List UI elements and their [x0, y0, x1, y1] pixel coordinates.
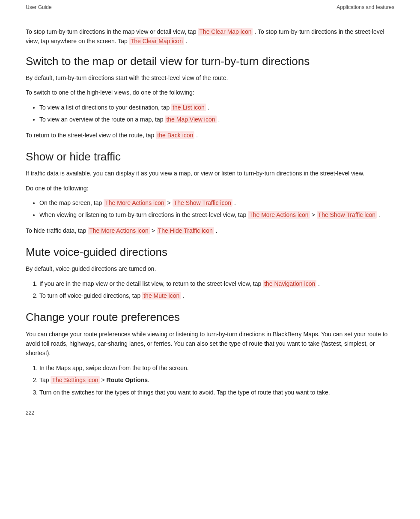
s2-b2-h1: The More Actions icon	[248, 211, 310, 219]
section1-block: Switch to the map or detail view for tur…	[26, 55, 394, 140]
section1-bullet2: To view an overview of the route on a ma…	[39, 115, 394, 124]
s4-s2-text3: .	[148, 377, 149, 383]
section1-title: Switch to the map or detail view for tur…	[26, 55, 394, 68]
section1-para1: By default, turn-by-turn directions star…	[26, 73, 394, 83]
intro-paragraph: To stop turn-by-turn directions in the m…	[26, 27, 394, 46]
header-divider	[26, 19, 394, 19]
s1-b2-text2: .	[217, 116, 220, 123]
s3-s1-text2: .	[316, 280, 320, 287]
intro-highlight2: The Clear Map icon	[129, 37, 184, 45]
s1-p3-text: To return to the street-level view of th…	[26, 132, 156, 139]
s2-b1-text2: >	[166, 199, 173, 206]
section4-para1: You can change your route preferences wh…	[26, 329, 394, 358]
section3-step1: If you are in the map view or the detail…	[39, 279, 394, 288]
section4-steps: In the Maps app, swipe down from the top…	[39, 363, 394, 397]
section2-para3: To hide traffic data, tap The More Actio…	[26, 226, 394, 235]
s3-s1-highlight: the Navigation icon	[263, 280, 316, 288]
s1-b2-highlight: the Map View icon	[165, 116, 216, 123]
s2-p3-2: >	[150, 227, 157, 234]
s2-hide-icon: The Hide Traffic icon	[157, 227, 214, 234]
section4-step3: Turn on the switches for the types of th…	[39, 388, 394, 397]
s3-s1-text1: If you are in the map view or the detail…	[39, 280, 263, 287]
section1-para3: To return to the street-level view of th…	[26, 130, 394, 140]
s1-b2-text1: To view an overview of the route on a ma…	[39, 116, 165, 123]
s2-b1-h2: The Show Traffic icon	[173, 199, 232, 207]
s1-b1-highlight: the List icon	[171, 104, 206, 111]
section4-step2: Tap The Settings icon > Route Options.	[39, 375, 394, 385]
intro-text3: .	[184, 38, 188, 44]
intro-highlight1: The Clear Map icon	[198, 28, 253, 36]
s3-s2-text1: To turn off voice-guided directions, tap	[39, 292, 142, 299]
s4-s2-highlight: The Settings icon	[51, 376, 99, 384]
s2-b2-h2: The Show Traffic icon	[317, 211, 377, 219]
footer-page-number: 222	[26, 410, 394, 416]
s2-more-icon: The More Actions icon	[88, 227, 150, 234]
section2-bullet1: On the map screen, tap The More Actions …	[39, 198, 394, 208]
section4-title: Change your route preferences	[26, 311, 394, 324]
section2-title: Show or hide traffic	[26, 150, 394, 163]
section3-steps: If you are in the map view or the detail…	[39, 279, 394, 301]
section3-title: Mute voice-guided directions	[26, 246, 394, 259]
s2-b2-text1: When viewing or listening to turn-by-tur…	[39, 211, 248, 218]
section2-bullets: On the map screen, tap The More Actions …	[39, 198, 394, 220]
s2-b1-h1: The More Actions icon	[104, 199, 166, 207]
section1-bullet1: To view a list of directions to your des…	[39, 103, 394, 112]
s1-p3-highlight: the Back icon	[156, 131, 194, 139]
s1-b1-text1: To view a list of directions to your des…	[39, 104, 171, 111]
s2-b1-text3: .	[232, 199, 236, 206]
section1-bullets: To view a list of directions to your des…	[39, 103, 394, 125]
s4-s2-text2: >	[100, 377, 107, 383]
s2-b2-text3: .	[377, 211, 380, 218]
header-bar: User Guide Applications and features	[26, 4, 394, 10]
section2-para2: Do one of the following:	[26, 184, 394, 193]
section4-block: Change your route preferences You can ch…	[26, 311, 394, 397]
s1-b1-text2: .	[206, 104, 209, 111]
section3-para1: By default, voice-guided directions are …	[26, 264, 394, 273]
s1-p3-end: .	[194, 132, 198, 139]
s4-s1-text: In the Maps app, swipe down from the top…	[39, 365, 189, 371]
section2-bullet2: When viewing or listening to turn-by-tur…	[39, 210, 394, 219]
section3-block: Mute voice-guided directions By default,…	[26, 246, 394, 300]
s2-p3-3: .	[214, 227, 217, 234]
intro-text1: To stop turn-by-turn directions in the m…	[26, 28, 198, 35]
section4-step1: In the Maps app, swipe down from the top…	[39, 363, 394, 373]
s4-s2-text1: Tap	[39, 377, 51, 383]
header-right: Applications and features	[337, 4, 394, 10]
section3-step2: To turn off voice-guided directions, tap…	[39, 291, 394, 300]
s3-s2-highlight: the Mute icon	[142, 292, 181, 300]
s4-s2-bold: Route Options	[107, 377, 148, 383]
header-left: User Guide	[26, 4, 52, 10]
s3-s2-text2: .	[181, 292, 184, 299]
page-container: User Guide Applications and features To …	[0, 0, 420, 519]
s4-s3-text: Turn on the switches for the types of th…	[39, 389, 330, 396]
s2-b1-text1: On the map screen, tap	[39, 199, 104, 206]
section2-block: Show or hide traffic If traffic data is …	[26, 150, 394, 235]
s2-b2-text2: >	[310, 211, 317, 218]
section2-para1: If traffic data is available, you can di…	[26, 169, 394, 178]
s2-p3-1: To hide traffic data, tap	[26, 227, 88, 234]
section1-para2: To switch to one of the high-level views…	[26, 88, 394, 97]
